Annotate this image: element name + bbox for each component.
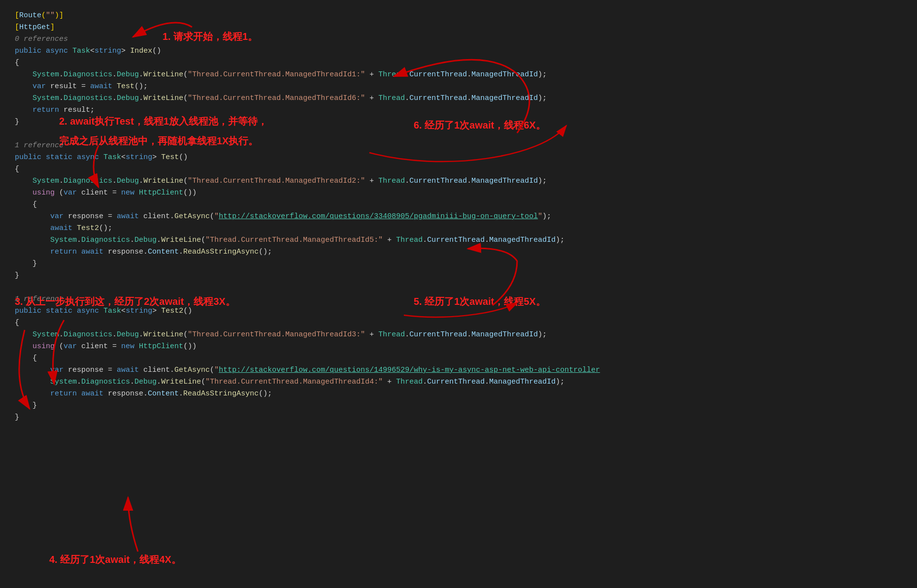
code-line: public async Task<string> Index()	[15, 45, 902, 57]
code-line: using (var client = new HttpClient())	[15, 187, 902, 199]
code-line: {	[15, 317, 902, 329]
code-area: [Route("")] [HttpGet] 0 references publi…	[0, 0, 917, 433]
ref-comment: 1 reference	[15, 140, 902, 152]
code-line: System.Diagnostics.Debug.WriteLine("Thre…	[15, 69, 902, 81]
annotation-7: 4. 经历了1次await，线程4X。	[49, 552, 181, 567]
code-line: return await response.Content.ReadAsStri…	[15, 246, 902, 258]
ref-comment: 1 reference	[15, 294, 902, 305]
code-line: var result = await Test();	[15, 81, 902, 93]
code-line: {	[15, 353, 902, 364]
code-line: return await response.Content.ReadAsStri…	[15, 388, 902, 400]
code-line-empty	[15, 282, 902, 294]
code-line: }	[15, 400, 902, 412]
code-line: {	[15, 57, 902, 69]
code-line: await Test2();	[15, 223, 902, 234]
code-line: }	[15, 258, 902, 270]
code-line: [HttpGet]	[15, 22, 902, 33]
code-line: return result;	[15, 104, 902, 116]
code-line: }	[15, 270, 902, 282]
code-line: System.Diagnostics.Debug.WriteLine("Thre…	[15, 175, 902, 187]
code-line: [Route("")]	[15, 10, 902, 22]
code-line: }	[15, 116, 902, 128]
code-line: System.Diagnostics.Debug.WriteLine("Thre…	[15, 376, 902, 388]
code-line-empty	[15, 128, 902, 140]
code-line: System.Diagnostics.Debug.WriteLine("Thre…	[15, 234, 902, 246]
code-line: var response = await client.GetAsync("ht…	[15, 364, 902, 376]
code-line: System.Diagnostics.Debug.WriteLine("Thre…	[15, 329, 902, 341]
code-line: public static async Task<string> Test2()	[15, 305, 902, 317]
code-line: public static async Task<string> Test()	[15, 152, 902, 163]
code-line: using (var client = new HttpClient())	[15, 341, 902, 353]
code-line: var response = await client.GetAsync("ht…	[15, 211, 902, 223]
code-line: {	[15, 163, 902, 175]
ref-comment: 0 references	[15, 33, 902, 45]
code-line: {	[15, 199, 902, 211]
code-line: }	[15, 412, 902, 424]
code-line: System.Diagnostics.Debug.WriteLine("Thre…	[15, 93, 902, 104]
